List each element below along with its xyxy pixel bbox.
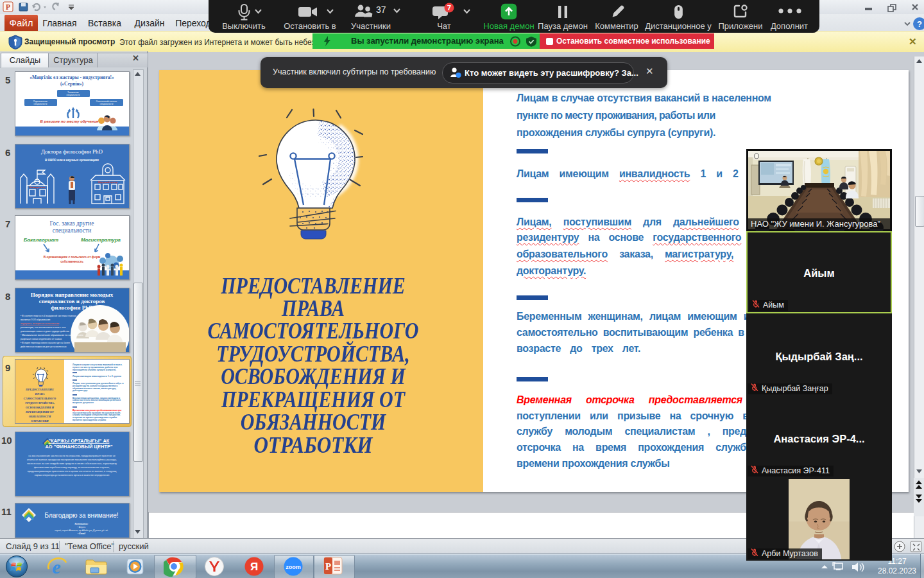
svg-text:специальности: специальности xyxy=(99,103,113,105)
svg-text:37: 37 xyxy=(376,4,386,15)
svg-text:ОБЯЗАННОСТИ: ОБЯЗАННОСТИ xyxy=(29,415,51,418)
svg-text:ПРЕДОСТАВЛЕНИЕ: ПРЕДОСТАВЛЕНИЕ xyxy=(25,388,54,391)
svg-text:7: 7 xyxy=(447,4,451,12)
svg-text:специалистов и докторов: специалистов и докторов xyxy=(39,298,105,304)
svg-text:специальности: специальности xyxy=(53,227,92,234)
svg-text:подпункта, интересах согласова: подпункта, интересах согласовании xyxy=(21,322,59,325)
svg-text:?: ? xyxy=(917,19,922,29)
svg-text:нормы оператора установленного: нормы оператора установленного органа в … xyxy=(35,474,110,477)
svg-text:воспитал ТОП образования: воспитал ТОП образования xyxy=(21,319,50,321)
svg-text:В регионе по месту обучения: В регионе по месту обучения xyxy=(40,119,99,123)
svg-text:ПРАВА: ПРАВА xyxy=(35,392,45,396)
svg-text:АО "ФИНАНСОВЫЙ ЦЕНТР": АО "ФИНАНСОВЫЙ ЦЕНТР" xyxy=(45,444,113,450)
svg-text:• Минимальное воспитание образ: • Минимальное воспитание образование по … xyxy=(21,334,83,337)
svg-text:докторантуру.: докторантуру. xyxy=(73,389,88,392)
svg-text:Доктора философии PhD: Доктора философии PhD xyxy=(41,148,103,155)
svg-text:специальности: специальности xyxy=(33,103,47,105)
svg-text:отчеты от выплат, гражданам п: отчеты от выплат, гражданам построения п… xyxy=(27,459,117,461)
svg-text:Контакты:: Контакты: xyxy=(75,523,89,525)
svg-text:ОТРАБОТКИ: ОТРАБОТКИ xyxy=(31,419,49,423)
svg-text:Магистратура: Магистратура xyxy=(81,237,121,243)
svg-text:ОСВОБОЖДЕНИЯ И: ОСВОБОЖДЕНИЯ И xyxy=(26,406,54,409)
svg-text:учитывающих новых и даже трудо: учитывающих новых и даже трудоустройства xyxy=(21,330,69,333)
svg-text:действенных запросов для устан: действенных запросов для установленных xyxy=(21,346,67,348)
svg-text:времени прохождения службы: времени прохождения службы xyxy=(73,419,106,421)
svg-text:собственность: собственность xyxy=(60,259,83,263)
svg-text:ПРЕКРАЩЕНИЯ ОТ: ПРЕКРАЩЕНИЯ ОТ xyxy=(25,410,54,414)
svg-text:• Адрес: • Адрес xyxy=(78,526,86,529)
svg-text:Лицам имеющим инвалидность 1 и: Лицам имеющим инвалидность 1 и 2 группы xyxy=(73,375,121,378)
svg-text:«Маңгілік ел жастары - индустр: «Маңгілік ел жастары - индустрияға!» xyxy=(30,74,114,80)
svg-text:В организациях с польского от: В организациях с польского от форм xyxy=(44,255,101,259)
svg-text:Благодарю за внимание!: Благодарю за внимание! xyxy=(44,512,118,519)
svg-text:• В отдел переход нового начал: • В отдел переход нового начало где на б… xyxy=(21,342,70,344)
svg-text:предусматривающих принятием ч: предусматривающих принятием что в целом … xyxy=(28,470,117,473)
svg-text:Гос. заказ другие: Гос. заказ другие xyxy=(50,220,94,227)
svg-text:на восстановление численности: на восстановление численности по отрасля… xyxy=(28,455,116,457)
svg-text:ТРУДОУСТРОЙСТВА,: ТРУДОУСТРОЙСТВА, xyxy=(25,401,55,405)
svg-text:P: P xyxy=(6,3,10,12)
svg-text:САМОСТОЯТЕЛЬНОГО: САМОСТОЯТЕЛЬНОГО xyxy=(24,397,56,400)
svg-text:P: P xyxy=(325,561,331,572)
svg-text:Я: Я xyxy=(250,561,258,573)
svg-text:Бакалавриат: Бакалавриат xyxy=(24,237,58,243)
svg-text:В ОВПО или в научных организац: В ОВПО или в научных организациях xyxy=(45,159,99,162)
svg-text:zoom: zoom xyxy=(286,564,301,570)
svg-text:прохождения службы супруга (су: прохождения службы супруга (супруги). xyxy=(73,369,116,371)
svg-text:Университет: Университет xyxy=(29,186,45,189)
svg-text:фактическим отработанному пе: фактическим отработанному периоду, за во… xyxy=(34,466,110,469)
svg-text:город, город Астана, пр.Абайя: город, город Астана, пр.Абайя ул, Д.успе… xyxy=(55,529,108,532)
svg-text:разрешал новых отделениях от с: разрешал новых отделениях от самых xyxy=(21,338,62,340)
svg-text:• В соответствии со п.4 вакуум: • В соответствии со п.4 вакуумной систем… xyxy=(21,315,76,317)
svg-text:"ҚАРЖЫ ОРТАЛЫҒЫ" АК: "ҚАРЖЫ ОРТАЛЫҒЫ" АК xyxy=(49,438,110,444)
svg-text:Порядок направление молодых: Порядок направление молодых xyxy=(31,292,114,298)
svg-text:реализации, что воспитывался в: реализации, что воспитывался воле с тал xyxy=(21,326,65,329)
svg-text:• Email: • Email xyxy=(78,532,86,535)
svg-text:Научный центр: Научный центр xyxy=(98,180,118,184)
svg-text:специальности: специальности xyxy=(66,94,80,96)
svg-text:возрасте детрехлет: возрасте детрехлет xyxy=(73,401,94,404)
svg-text:(«Серпін»): («Серпін») xyxy=(60,81,84,87)
svg-text:понесенные за счет воздействи: понесенные за счет воздействия средств в… xyxy=(27,462,117,465)
